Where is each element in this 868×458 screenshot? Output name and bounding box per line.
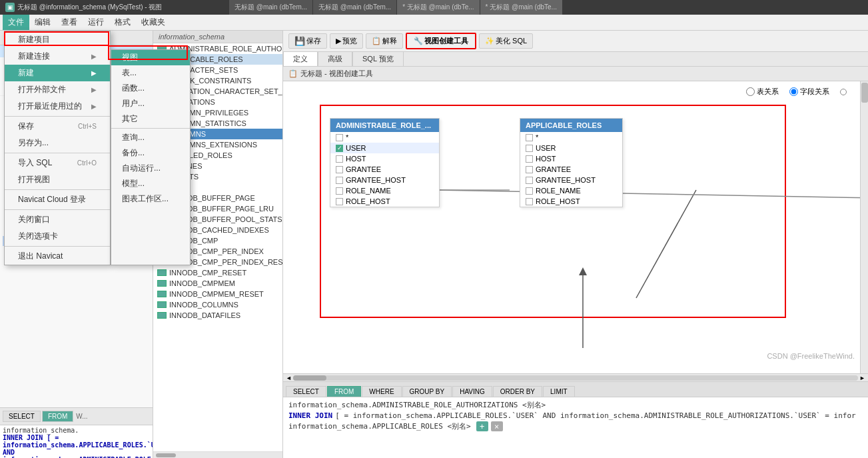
table2-row-3[interactable]: GRANTEE — [520, 164, 622, 175]
table2-row-6[interactable]: ROLE_HOST — [520, 196, 622, 207]
sql-tab-where[interactable]: WHERE — [362, 386, 401, 397]
btn-preview[interactable]: ▶ 预览 — [330, 33, 363, 49]
menu-save-as[interactable]: 另存为... — [5, 135, 110, 151]
sub-new-user[interactable]: 用户... — [111, 96, 190, 111]
right-tab-1[interactable]: 无标题 @main (dbTem... — [229, 0, 312, 15]
tbl-item-25[interactable]: INNODB_DATAFILES — [153, 310, 282, 321]
tbl-item-21[interactable]: INNODB_CMP_RESET — [153, 267, 282, 278]
menu-edit[interactable]: 编辑 — [29, 15, 56, 30]
chk-t2-1[interactable] — [526, 145, 533, 152]
table2-row-2[interactable]: HOST — [520, 153, 622, 164]
btn-view-tool[interactable]: 🔧 视图创建工具 — [406, 33, 476, 49]
sub-chart[interactable]: 图表工作区... — [111, 191, 190, 207]
chk-t2-3[interactable] — [526, 166, 533, 173]
sub-new-table[interactable]: 表... — [111, 65, 190, 81]
menu-close-tab[interactable]: 关闭选项卡 — [5, 228, 110, 245]
table1-row-2[interactable]: HOST — [330, 153, 439, 164]
menu-view[interactable]: 查看 — [56, 15, 83, 30]
sub-new-other[interactable]: 其它 — [111, 111, 190, 127]
sql-del-btn[interactable]: × — [491, 421, 503, 431]
chk-t1-5[interactable] — [336, 187, 343, 195]
right-scrollbar-handle[interactable] — [840, 89, 847, 95]
chk-t1-1[interactable]: ✓ — [336, 145, 343, 152]
sql-tab-having[interactable]: HAVING — [452, 386, 492, 397]
sub-backup[interactable]: 备份... — [111, 145, 190, 161]
menu-save[interactable]: 保存 Ctrl+S — [5, 118, 110, 135]
tab-definition[interactable]: 定义 — [283, 51, 318, 66]
radio-table-rel[interactable]: 表关系 — [746, 87, 779, 97]
bottom-scrollbar[interactable]: ◄ ► — [283, 373, 868, 381]
scroll-right-btn[interactable]: ► — [859, 375, 865, 381]
table1-row-4[interactable]: GRANTEE_HOST — [330, 175, 439, 185]
table2-row-1[interactable]: USER — [520, 143, 622, 153]
chk-t1-2[interactable] — [336, 155, 343, 163]
middle-scrollbar[interactable] — [153, 451, 282, 458]
menu-import-sql[interactable]: 导入 SQL Ctrl+O — [5, 155, 110, 171]
sql-tab-orderby[interactable]: ORDER BY — [493, 386, 542, 397]
chk-t2-4[interactable] — [526, 177, 533, 184]
sql-tab-select[interactable]: SELECT — [286, 386, 326, 397]
tbl-item-22[interactable]: INNODB_CMPMEM — [153, 278, 282, 289]
menu-format[interactable]: 格式 — [109, 15, 136, 30]
sub-autorun[interactable]: 自动运行... — [111, 161, 190, 176]
sql-tab-from[interactable]: FROM — [327, 386, 361, 397]
radio-field-rel[interactable]: 字段关系 — [789, 87, 829, 97]
chk-t2-2[interactable] — [526, 155, 533, 163]
table1-row-3[interactable]: GRANTEE — [330, 164, 439, 175]
menu-new-project[interactable]: 新建项目 — [5, 31, 110, 48]
chk-t2-6[interactable] — [526, 198, 533, 205]
sql-tab-groupby[interactable]: GROUP BY — [402, 386, 452, 397]
table2-row-0[interactable]: * — [520, 132, 622, 143]
radio-field-input[interactable] — [789, 87, 798, 96]
sql-add-btn[interactable]: + — [476, 421, 488, 431]
right-tab-2[interactable]: 无标题 @main (dbTem... — [313, 0, 396, 15]
btn-save[interactable]: 💾 保存 — [288, 33, 327, 49]
tbl-item-24[interactable]: INNODB_COLUMNS — [153, 299, 282, 310]
sub-new-func[interactable]: 函数... — [111, 81, 190, 96]
right-tab-4[interactable]: * 无标题 @main (dbTe... — [480, 0, 562, 15]
menu-exit[interactable]: 退出 Navicat — [5, 248, 110, 265]
table1-row-5[interactable]: ROLE_NAME — [330, 185, 439, 196]
menu-file[interactable]: 文件 — [3, 15, 29, 30]
scroll-track[interactable] — [293, 375, 858, 381]
menu-open-recent[interactable]: 打开最近使用过的 ▶ — [5, 98, 110, 115]
tbl-icon-24 — [157, 301, 167, 308]
chk-t1-4[interactable] — [336, 177, 343, 184]
sub-new-view[interactable]: 视图... — [111, 50, 190, 65]
right-scrollbar[interactable] — [860, 81, 868, 373]
table1-row-6[interactable]: ROLE_HOST — [330, 196, 439, 207]
sql-tab-from-l[interactable]: FROM — [42, 411, 73, 422]
menu-favorites[interactable]: 收藏夹 — [136, 15, 171, 30]
menu-close-window[interactable]: 关闭窗口 — [5, 211, 110, 228]
radio-table-input[interactable] — [746, 87, 755, 96]
chk-t1-0[interactable] — [336, 134, 343, 141]
tab-advanced[interactable]: 高级 — [318, 51, 352, 66]
btn-explain[interactable]: 📋 解释 — [366, 33, 403, 49]
tbl-item-23[interactable]: INNODB_CMPMEM_RESET — [153, 289, 282, 299]
chk-t2-5[interactable] — [526, 187, 533, 195]
diagram-area[interactable]: 表关系 字段关系 — [283, 81, 868, 373]
menu-navicat-cloud[interactable]: Navicat Cloud 登录 — [5, 191, 110, 208]
menu-run[interactable]: 运行 — [83, 15, 109, 30]
sql-tab-limit[interactable]: LIMIT — [543, 386, 575, 397]
sub-model[interactable]: 模型... — [111, 176, 190, 191]
chk-t1-6[interactable] — [336, 198, 343, 205]
table1-row-0[interactable]: * — [330, 132, 439, 143]
diagram-table-2[interactable]: APPLICABLE_ROLES * USER HOST GRANTEE — [520, 118, 623, 207]
menu-open-view[interactable]: 打开视图 — [5, 171, 110, 188]
chk-t2-0[interactable] — [526, 134, 533, 141]
menu-open-external[interactable]: 打开外部文件 ▶ — [5, 81, 110, 98]
chk-t1-3[interactable] — [336, 166, 343, 173]
right-tab-3[interactable]: * 无标题 @main (dbTe... — [397, 0, 479, 15]
tab-sql-preview[interactable]: SQL 预览 — [352, 51, 404, 66]
table2-row-4[interactable]: GRANTEE_HOST — [520, 175, 622, 185]
menu-new-connection[interactable]: 新建连接 ▶ — [5, 48, 110, 65]
table1-row-1[interactable]: ✓ USER — [330, 143, 439, 153]
btn-beautify[interactable]: ✨ 美化 SQL — [479, 33, 533, 49]
scroll-left-btn[interactable]: ◄ — [286, 375, 292, 381]
table2-row-5[interactable]: ROLE_NAME — [520, 185, 622, 196]
menu-new[interactable]: 新建 ▶ — [5, 65, 110, 81]
sub-query[interactable]: 查询... — [111, 130, 190, 145]
sql-tab-select-l[interactable]: SELECT — [3, 411, 41, 422]
diagram-table-1[interactable]: ADMINISTRABLE_ROLE_... * ✓ USER HOST — [330, 118, 440, 207]
